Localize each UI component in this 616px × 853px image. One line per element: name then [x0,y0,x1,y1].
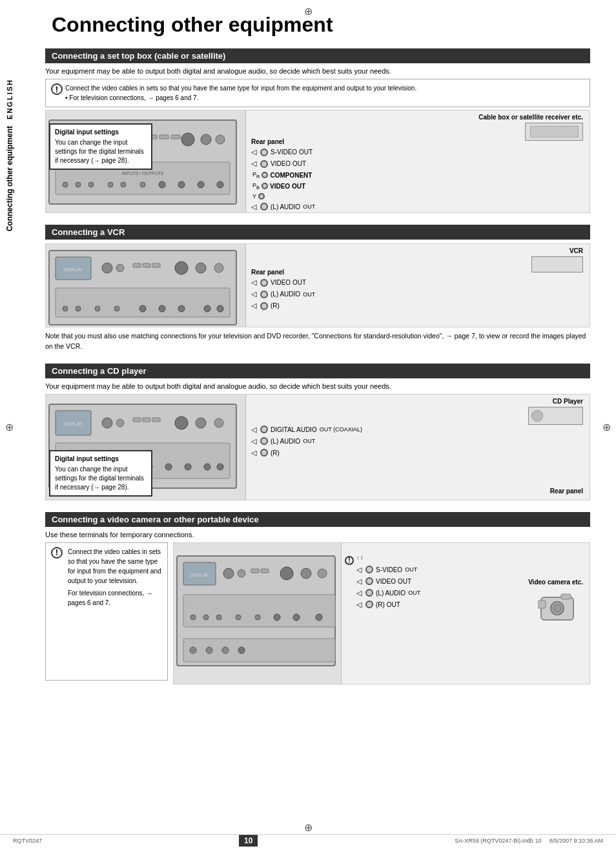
vcr-graphic [531,256,583,272]
device-label-cd: CD Player [528,398,583,405]
cd-player-graphic [528,407,583,425]
svg-point-81 [236,615,241,620]
digital-input-body-cd: You can change the input settings for th… [55,466,144,491]
output-list-vcr: ◁ VIDEO OUT ◁ (L) AUDIO OUT ◁ (R) [251,278,584,310]
svg-point-32 [175,262,188,274]
section-intro-set-top-box: Your equipment may be able to output bot… [45,67,590,75]
svg-point-63 [165,464,172,470]
footer: RQTV0247 10 SA-XR59 (RQTV0247-Bi).indb 1… [0,834,616,847]
device-camera: Video camera etc. [528,579,583,624]
warning-line-1: Connect the video cables in sets so that… [65,83,584,93]
svg-point-43 [204,305,210,312]
svg-point-76 [318,569,327,578]
svg-point-66 [217,464,223,470]
vcr-note: Note that you must also use matching con… [45,331,590,352]
section-video-camera: Connecting a video camera or other porta… [45,512,590,684]
jack-cam-l [365,589,373,597]
section-header-set-top-box: Connecting a set top box (cable or satel… [45,48,590,63]
sidebar-connecting-label: Connecting other equipment [5,126,14,231]
out-s-video: ◁ S-VIDEO OUT [251,148,584,156]
svg-point-54 [196,418,206,428]
svg-point-36 [63,306,68,311]
svg-rect-30 [143,263,150,267]
svg-point-42 [178,305,185,312]
svg-point-40 [139,305,146,312]
svg-point-71 [238,570,245,577]
output-list-cd: ◁ DIGITAL AUDIO OUT (COAXIAL) ◁ (L) AUDI… [251,426,584,457]
svg-point-89 [222,647,229,653]
svg-point-84 [293,614,300,621]
vcr-out-l-audio: ◁ (L) AUDIO OUT [251,290,584,298]
svg-text:DISPLAY: DISPLAY [63,267,82,272]
svg-point-80 [216,615,221,620]
label-component: COMPONENT [270,172,312,179]
out-l-audio: ◁ (L) AUDIO OUT [251,203,584,211]
section-intro-camera: Use these terminals for temporary connec… [45,531,590,539]
jack-l-audio [260,203,268,211]
sidebar-english-label: ENGLISH [5,77,15,121]
outputs-camera: ! Video camera etc. [342,543,590,684]
main-content: Connecting other equipment Connecting a … [45,13,590,684]
svg-rect-52 [152,418,160,422]
svg-point-10 [201,134,211,145]
section-intro-cd: Your equipment may be able to output bot… [45,382,590,390]
label-cam-video-out: VIDEO OUT [376,578,411,585]
label-out-1: OUT [303,203,315,210]
svg-rect-72 [251,569,259,573]
footer-page-number: 10 [239,835,258,847]
svg-rect-7 [159,135,169,139]
svg-text:INPUTS / OUTPUTS: INPUTS / OUTPUTS [122,171,164,176]
label-cd-out: OUT [303,438,315,444]
svg-point-48 [102,418,112,428]
outputs-cd: CD Player ◁ DIGITAL AUDIO OUT (COAXIAL) … [246,395,590,500]
cd-out-l-audio: ◁ (L) AUDIO OUT [251,437,584,446]
svg-text:DISPLAY: DISPLAY [190,573,209,577]
svg-point-17 [108,182,113,187]
cable-box-graphic [525,123,583,141]
label-vcr-video-out: VIDEO OUT [271,279,306,286]
svg-rect-92 [538,601,546,608]
warning-content-set-top: Connect the video cables in sets so that… [65,83,584,103]
cd-out-r-audio: ◁ (R) [251,449,584,457]
section-header-vcr: Connecting a VCR [45,225,590,240]
jack-vcr-r [260,302,268,310]
receiver-svg-camera: DISPLAY [174,543,338,684]
out-component: PR COMPONENT PB VIDEO OUT Y [252,171,584,200]
svg-point-20 [159,181,165,188]
warning-icon-camera: ! [51,547,63,559]
camera-warn-1: Connect the video cables in sets so that… [68,547,162,586]
svg-point-70 [223,568,234,579]
svg-point-79 [203,615,209,620]
warning-content-camera: Connect the video cables in sets so that… [68,547,162,608]
svg-point-74 [280,567,293,580]
cd-out-digital-coaxial: ◁ DIGITAL AUDIO OUT (COAXIAL) [251,426,584,434]
device-cable-box: Cable box or satellite receiver etc. [478,114,583,141]
svg-point-37 [76,306,81,311]
jack-cd-r [260,449,268,457]
label-video-out-comp: VIDEO OUT [270,183,305,190]
receiver-diagram-camera: DISPLAY [174,543,342,684]
device-vcr: VCR [531,247,583,272]
svg-point-38 [95,306,100,311]
jack-pb [262,183,268,189]
svg-point-75 [301,568,311,579]
jack-cam-r [365,601,373,608]
svg-rect-29 [133,263,141,267]
outputs-set-top: Cable box or satellite receiver etc. Rea… [246,110,590,212]
svg-point-87 [190,647,196,653]
svg-point-9 [181,133,194,146]
diagram-camera: DISPLAY [173,542,590,684]
camera-warn-2: For television connections, → pages 6 an… [68,588,162,608]
svg-rect-77 [183,595,335,627]
out-video: ◁ VIDEO OUT [251,159,584,168]
label-cd-l-audio: (L) AUDIO [271,438,300,445]
svg-point-44 [217,305,223,312]
cd-disc [531,410,543,422]
svg-point-18 [121,182,126,187]
cam-out-s-video: ◁ S-VIDEO OUT [356,566,584,574]
svg-rect-8 [171,135,180,139]
svg-point-83 [274,614,280,621]
label-cd-r-audio: (R) [271,449,280,457]
jack-vcr-l [260,291,268,298]
receiver-diagram-vcr: DISPLAY [46,244,246,327]
